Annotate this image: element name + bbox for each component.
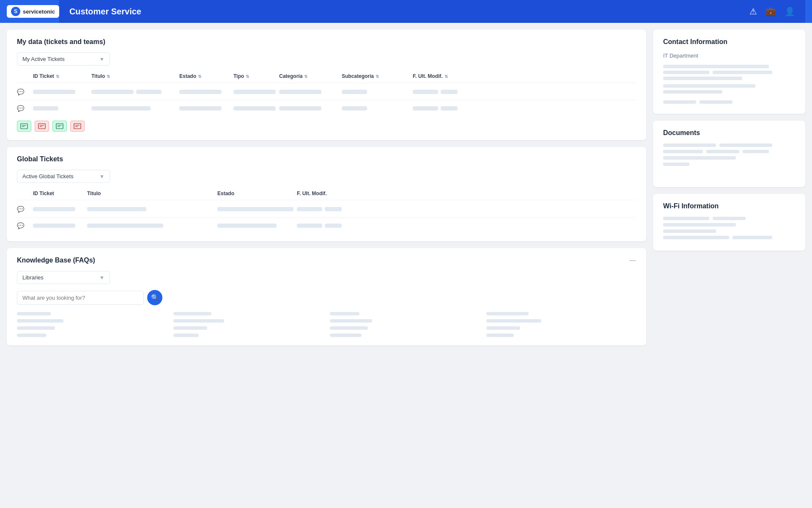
col-titulo: Titulo (87, 190, 214, 196)
left-column: My data (tickets and teams) My Active Ti… (7, 30, 646, 345)
skeleton-bar (173, 326, 207, 330)
skeleton-bar (342, 106, 367, 110)
svg-rect-0 (21, 124, 27, 129)
col-subcategoria: Subcategoría ⇅ (342, 73, 409, 79)
col-estado: Estado ⇅ (179, 73, 230, 79)
svg-rect-9 (74, 124, 81, 129)
skeleton-bar (17, 334, 47, 337)
skeleton-bar (330, 319, 372, 323)
ticket-badge-4[interactable] (70, 121, 85, 132)
logo[interactable]: S servicetonic (7, 5, 59, 18)
skeleton-bar (279, 90, 321, 94)
app-header: S servicetonic Customer Service ⚠ 💼 👤 (0, 0, 812, 23)
skeleton-bar (233, 106, 276, 110)
chevron-down-icon: ▼ (99, 174, 104, 179)
contact-card: Contact Information IT Department (653, 30, 805, 114)
table-row: 💬 (17, 101, 636, 116)
contact-title: Contact Information (663, 38, 795, 46)
my-active-tickets-dropdown[interactable]: My Active Tickets ▼ (17, 52, 110, 66)
search-input[interactable] (17, 291, 144, 305)
documents-card: Documents (653, 121, 805, 187)
skeleton-bar (17, 312, 51, 315)
skeleton-bar (342, 90, 367, 94)
col-titulo: Titulo ⇅ (91, 73, 176, 79)
skeleton-bar (173, 319, 224, 323)
minimize-icon[interactable]: — (629, 257, 636, 264)
skeleton-bar (91, 90, 134, 94)
skeleton-bar (87, 224, 163, 228)
skeleton-bar (413, 90, 438, 94)
ticket-badge-1[interactable] (17, 121, 31, 132)
faq-col-4 (486, 312, 636, 337)
global-tickets-title: Global Tickets (17, 155, 636, 163)
ticket-badge-2[interactable] (35, 121, 49, 132)
chat-icon[interactable]: 💬 (17, 105, 24, 112)
global-tickets-card: Global Tickets Active Global Tickets ▼ I… (7, 147, 646, 241)
skeleton-bar (173, 334, 199, 337)
page-title: Customer Service (69, 7, 141, 17)
wifi-title: Wi-Fi Information (663, 202, 795, 210)
active-global-tickets-dropdown[interactable]: Active Global Tickets ▼ (17, 170, 110, 183)
skeleton-bar (17, 319, 63, 323)
sort-icon[interactable]: ⇅ (107, 74, 110, 79)
faq-grid (17, 312, 636, 337)
user-icon[interactable]: 👤 (785, 6, 795, 17)
col-estado: Estado (217, 190, 294, 196)
col-f-ult-modif: F. Ult. Modif. (297, 190, 373, 196)
col-tipo: Tipo ⇅ (233, 73, 276, 79)
ticket-badge-3[interactable] (52, 121, 67, 132)
header-title-area: Customer Service ⚠ 💼 👤 (59, 0, 805, 23)
skeleton-bar (441, 106, 458, 110)
chat-icon[interactable]: 💬 (17, 222, 24, 229)
sort-icon[interactable]: ⇅ (56, 74, 59, 79)
sort-icon[interactable]: ⇅ (198, 74, 201, 79)
skeleton-bar (325, 207, 342, 211)
sort-icon[interactable]: ⇅ (376, 74, 379, 79)
search-row: 🔍 (17, 290, 636, 305)
faq-col-2 (173, 312, 323, 337)
sort-icon[interactable]: ⇅ (304, 74, 307, 79)
chat-icon[interactable]: 💬 (17, 206, 24, 213)
briefcase-icon[interactable]: 💼 (765, 6, 776, 17)
col-id-ticket: ID Ticket (33, 190, 84, 196)
faq-col-1 (17, 312, 167, 337)
skeleton-bar (33, 224, 75, 228)
faq-col-3 (330, 312, 480, 337)
skeleton-bar (33, 90, 75, 94)
logo-icon: S (11, 7, 20, 16)
sort-icon[interactable]: ⇅ (246, 74, 249, 79)
skeleton-bar (663, 65, 769, 68)
skeleton-bar (413, 106, 438, 110)
skeleton-bar (217, 207, 294, 211)
skeleton-bar (486, 334, 514, 337)
skeleton-bar (330, 312, 359, 315)
libraries-dropdown[interactable]: Libraries ▼ (17, 271, 110, 284)
skeleton-bar (173, 312, 211, 315)
skeleton-bar (87, 207, 146, 211)
skeleton-bar (297, 224, 322, 228)
col-id-ticket: ID Ticket ⇅ (33, 73, 88, 79)
skeleton-bar (33, 106, 58, 110)
logo-text: servicetonic (23, 8, 55, 15)
skeleton-bar (33, 207, 75, 211)
my-data-title: My data (tickets and teams) (17, 38, 636, 46)
skeleton-bar (297, 207, 322, 211)
sort-icon[interactable]: ⇅ (444, 74, 448, 79)
chevron-down-icon: ▼ (99, 275, 104, 281)
wifi-card: Wi-Fi Information (653, 194, 805, 251)
my-tickets-table-header: ID Ticket ⇅ Titulo ⇅ Estado ⇅ Tipo ⇅ Cat… (17, 72, 636, 83)
skeleton-bar (486, 312, 529, 315)
skeleton-bar (217, 224, 277, 228)
documents-title: Documents (663, 129, 795, 137)
global-tickets-table-header: ID Ticket Titulo Estado F. Ult. Modif. (17, 189, 636, 200)
alert-icon[interactable]: ⚠ (749, 6, 757, 17)
chat-icon[interactable]: 💬 (17, 88, 24, 95)
search-button[interactable]: 🔍 (147, 290, 162, 305)
ticket-badge-row (17, 121, 636, 132)
svg-rect-3 (38, 124, 45, 129)
skeleton-bar (441, 90, 458, 94)
skeleton-bar (91, 106, 151, 110)
skeleton-bar (17, 326, 55, 330)
skeleton-bar (325, 224, 342, 228)
chevron-down-icon: ▼ (99, 56, 104, 62)
